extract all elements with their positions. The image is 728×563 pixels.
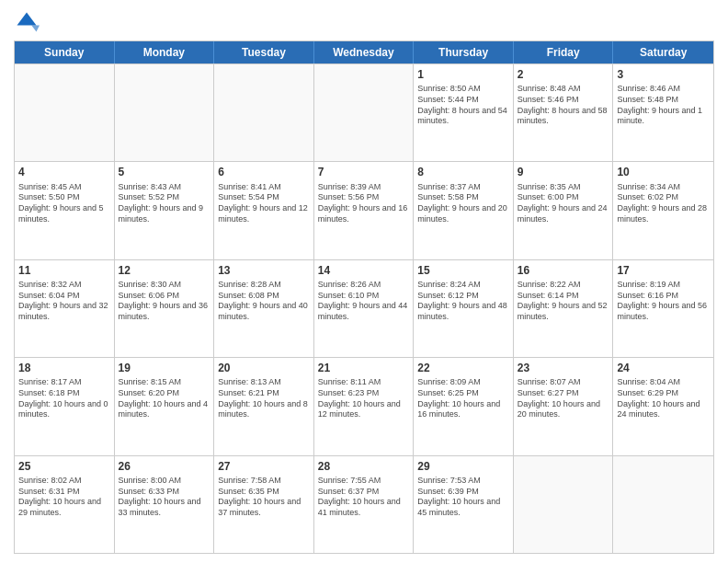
svg-marker-1 xyxy=(31,26,40,32)
day-number: 9 xyxy=(518,165,609,179)
calendar: SundayMondayTuesdayWednesdayThursdayFrid… xyxy=(14,40,714,554)
day-detail: Sunrise: 8:15 AM Sunset: 6:20 PM Dayligh… xyxy=(119,377,210,420)
day-number: 8 xyxy=(417,165,509,179)
day-number: 10 xyxy=(617,165,710,179)
calendar-cell: 10Sunrise: 8:34 AM Sunset: 6:02 PM Dayli… xyxy=(613,162,713,259)
day-detail: Sunrise: 8:34 AM Sunset: 6:02 PM Dayligh… xyxy=(617,182,710,225)
day-number: 21 xyxy=(318,361,410,375)
day-number: 15 xyxy=(417,263,509,278)
day-detail: Sunrise: 8:00 AM Sunset: 6:33 PM Dayligh… xyxy=(119,476,210,519)
calendar-cell: 12Sunrise: 8:30 AM Sunset: 6:06 PM Dayli… xyxy=(115,260,215,357)
calendar-header: SundayMondayTuesdayWednesdayThursdayFrid… xyxy=(15,41,713,63)
calendar-cell: 3Sunrise: 8:46 AM Sunset: 5:48 PM Daylig… xyxy=(613,64,713,161)
day-number: 28 xyxy=(318,459,410,474)
day-detail: Sunrise: 8:28 AM Sunset: 6:08 PM Dayligh… xyxy=(218,280,310,323)
calendar-cell: 29Sunrise: 7:53 AM Sunset: 6:39 PM Dayli… xyxy=(414,456,514,553)
calendar-cell: 22Sunrise: 8:09 AM Sunset: 6:25 PM Dayli… xyxy=(414,358,514,454)
calendar-cell: 7Sunrise: 8:39 AM Sunset: 5:56 PM Daylig… xyxy=(314,162,415,259)
calendar-cell: 26Sunrise: 8:00 AM Sunset: 6:33 PM Dayli… xyxy=(115,456,215,553)
day-number: 14 xyxy=(318,263,410,278)
day-number: 16 xyxy=(518,263,609,278)
calendar-cell xyxy=(314,64,415,161)
cal-header-day: Friday xyxy=(514,41,614,63)
logo-icon xyxy=(14,9,40,35)
calendar-cell xyxy=(613,456,713,553)
svg-marker-0 xyxy=(17,13,37,26)
calendar-cell: 4Sunrise: 8:45 AM Sunset: 5:50 PM Daylig… xyxy=(15,162,115,259)
calendar-cell: 20Sunrise: 8:13 AM Sunset: 6:21 PM Dayli… xyxy=(214,358,314,454)
calendar-cell: 16Sunrise: 8:22 AM Sunset: 6:14 PM Dayli… xyxy=(514,260,614,357)
calendar-cell: 21Sunrise: 8:11 AM Sunset: 6:23 PM Dayli… xyxy=(314,358,415,454)
day-number: 6 xyxy=(218,165,310,179)
calendar-cell: 5Sunrise: 8:43 AM Sunset: 5:52 PM Daylig… xyxy=(115,162,215,259)
cal-header-day: Wednesday xyxy=(314,41,415,63)
calendar-cell: 25Sunrise: 8:02 AM Sunset: 6:31 PM Dayli… xyxy=(15,456,115,553)
cal-header-day: Thursday xyxy=(414,41,514,63)
cal-header-day: Sunday xyxy=(15,41,115,63)
calendar-cell: 2Sunrise: 8:48 AM Sunset: 5:46 PM Daylig… xyxy=(514,64,614,161)
day-number: 29 xyxy=(417,459,509,474)
day-number: 24 xyxy=(617,361,710,375)
calendar-body: 1Sunrise: 8:50 AM Sunset: 5:44 PM Daylig… xyxy=(15,63,713,553)
calendar-cell: 13Sunrise: 8:28 AM Sunset: 6:08 PM Dayli… xyxy=(214,260,314,357)
header xyxy=(14,9,714,35)
day-number: 22 xyxy=(417,361,509,375)
day-detail: Sunrise: 8:26 AM Sunset: 6:10 PM Dayligh… xyxy=(318,280,410,323)
day-detail: Sunrise: 7:58 AM Sunset: 6:35 PM Dayligh… xyxy=(218,476,310,519)
calendar-row: 1Sunrise: 8:50 AM Sunset: 5:44 PM Daylig… xyxy=(15,63,713,161)
day-number: 19 xyxy=(119,361,210,375)
day-number: 5 xyxy=(119,165,210,179)
calendar-row: 25Sunrise: 8:02 AM Sunset: 6:31 PM Dayli… xyxy=(15,455,713,553)
day-detail: Sunrise: 8:41 AM Sunset: 5:54 PM Dayligh… xyxy=(218,182,310,225)
cal-header-day: Saturday xyxy=(613,41,713,63)
calendar-cell: 23Sunrise: 8:07 AM Sunset: 6:27 PM Dayli… xyxy=(514,358,614,454)
logo xyxy=(14,9,43,35)
day-number: 23 xyxy=(518,361,609,375)
day-detail: Sunrise: 8:09 AM Sunset: 6:25 PM Dayligh… xyxy=(417,377,509,420)
calendar-cell: 14Sunrise: 8:26 AM Sunset: 6:10 PM Dayli… xyxy=(314,260,415,357)
calendar-cell: 18Sunrise: 8:17 AM Sunset: 6:18 PM Dayli… xyxy=(15,358,115,454)
day-detail: Sunrise: 8:02 AM Sunset: 6:31 PM Dayligh… xyxy=(18,476,110,519)
day-detail: Sunrise: 8:19 AM Sunset: 6:16 PM Dayligh… xyxy=(617,280,710,323)
day-detail: Sunrise: 8:11 AM Sunset: 6:23 PM Dayligh… xyxy=(318,377,410,420)
day-number: 1 xyxy=(417,67,509,82)
calendar-cell: 19Sunrise: 8:15 AM Sunset: 6:20 PM Dayli… xyxy=(115,358,215,454)
cal-header-day: Monday xyxy=(115,41,215,63)
day-number: 13 xyxy=(218,263,310,278)
day-detail: Sunrise: 8:30 AM Sunset: 6:06 PM Dayligh… xyxy=(119,280,210,323)
day-detail: Sunrise: 8:24 AM Sunset: 6:12 PM Dayligh… xyxy=(417,280,509,323)
day-detail: Sunrise: 7:53 AM Sunset: 6:39 PM Dayligh… xyxy=(417,476,509,519)
day-detail: Sunrise: 8:04 AM Sunset: 6:29 PM Dayligh… xyxy=(617,377,710,420)
day-number: 26 xyxy=(119,459,210,474)
day-detail: Sunrise: 8:32 AM Sunset: 6:04 PM Dayligh… xyxy=(18,280,110,323)
calendar-cell xyxy=(214,64,314,161)
day-detail: Sunrise: 8:48 AM Sunset: 5:46 PM Dayligh… xyxy=(518,84,609,127)
day-detail: Sunrise: 8:43 AM Sunset: 5:52 PM Dayligh… xyxy=(119,182,210,225)
calendar-cell: 9Sunrise: 8:35 AM Sunset: 6:00 PM Daylig… xyxy=(514,162,614,259)
day-number: 7 xyxy=(318,165,410,179)
calendar-cell: 28Sunrise: 7:55 AM Sunset: 6:37 PM Dayli… xyxy=(314,456,415,553)
calendar-row: 18Sunrise: 8:17 AM Sunset: 6:18 PM Dayli… xyxy=(15,357,713,454)
day-number: 18 xyxy=(18,361,110,375)
day-number: 4 xyxy=(18,165,110,179)
day-number: 12 xyxy=(119,263,210,278)
day-detail: Sunrise: 8:45 AM Sunset: 5:50 PM Dayligh… xyxy=(18,182,110,225)
day-detail: Sunrise: 8:17 AM Sunset: 6:18 PM Dayligh… xyxy=(18,377,110,420)
calendar-cell: 27Sunrise: 7:58 AM Sunset: 6:35 PM Dayli… xyxy=(214,456,314,553)
day-detail: Sunrise: 8:39 AM Sunset: 5:56 PM Dayligh… xyxy=(318,182,410,225)
calendar-row: 4Sunrise: 8:45 AM Sunset: 5:50 PM Daylig… xyxy=(15,161,713,259)
calendar-cell: 6Sunrise: 8:41 AM Sunset: 5:54 PM Daylig… xyxy=(214,162,314,259)
day-number: 25 xyxy=(18,459,110,474)
day-number: 3 xyxy=(617,67,710,82)
day-detail: Sunrise: 8:22 AM Sunset: 6:14 PM Dayligh… xyxy=(518,280,609,323)
day-detail: Sunrise: 8:50 AM Sunset: 5:44 PM Dayligh… xyxy=(417,84,509,127)
calendar-cell: 15Sunrise: 8:24 AM Sunset: 6:12 PM Dayli… xyxy=(414,260,514,357)
calendar-cell xyxy=(514,456,614,553)
calendar-row: 11Sunrise: 8:32 AM Sunset: 6:04 PM Dayli… xyxy=(15,259,713,357)
calendar-cell: 24Sunrise: 8:04 AM Sunset: 6:29 PM Dayli… xyxy=(613,358,713,454)
day-number: 20 xyxy=(218,361,310,375)
day-number: 2 xyxy=(518,67,609,82)
day-detail: Sunrise: 8:13 AM Sunset: 6:21 PM Dayligh… xyxy=(218,377,310,420)
calendar-cell: 17Sunrise: 8:19 AM Sunset: 6:16 PM Dayli… xyxy=(613,260,713,357)
day-detail: Sunrise: 8:35 AM Sunset: 6:00 PM Dayligh… xyxy=(518,182,609,225)
